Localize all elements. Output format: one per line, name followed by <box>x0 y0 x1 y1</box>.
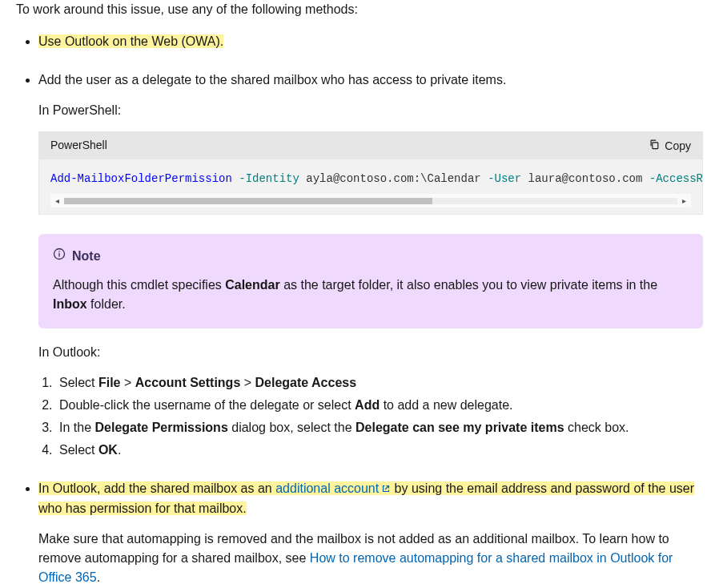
copy-label: Copy <box>665 139 691 152</box>
info-icon <box>53 247 66 266</box>
copy-button[interactable]: Copy <box>649 135 691 155</box>
note-callout: Note Although this cmdlet specifies Cale… <box>38 234 703 328</box>
note-body: Although this cmdlet specifies Calendar … <box>53 276 689 314</box>
scroll-left-icon[interactable]: ◂ <box>50 194 64 207</box>
outlook-steps: Select File > Account Settings > Delegat… <box>38 373 703 460</box>
note-title-text: Note <box>72 247 101 266</box>
code-line: Add-MailboxFolderPermission -Identity ay… <box>50 171 691 187</box>
step-item: Select OK. <box>56 441 703 460</box>
code-header: PowerShell Copy <box>39 132 702 159</box>
highlighted-text: Use Outlook on the Web (OWA). <box>38 34 223 48</box>
workaround-list: Use Outlook on the Web (OWA). Add the us… <box>16 32 703 587</box>
additional-account-link[interactable]: additional account <box>275 481 391 495</box>
automapping-text: Make sure that automapping is removed an… <box>38 530 703 587</box>
note-title: Note <box>53 247 101 266</box>
svg-rect-0 <box>653 143 658 149</box>
list-item: Add the user as a delegate to the shared… <box>38 70 703 460</box>
scroll-right-icon[interactable]: ▸ <box>677 194 691 207</box>
step-item: In the Delegate Permissions dialog box, … <box>56 418 703 437</box>
scrollbar-track[interactable] <box>64 198 677 204</box>
external-link-icon <box>381 480 391 499</box>
highlighted-text: In Outlook, add the shared mailbox as an… <box>38 481 694 515</box>
intro-text: To work around this issue, use any of th… <box>16 0 703 19</box>
copy-icon <box>649 139 660 152</box>
outlook-label: In Outlook: <box>38 343 703 362</box>
list-item: In Outlook, add the shared mailbox as an… <box>38 479 703 587</box>
delegate-intro: Add the user as a delegate to the shared… <box>38 70 703 90</box>
powershell-label: In PowerShell: <box>38 101 703 120</box>
code-language-label: PowerShell <box>50 137 107 154</box>
code-body: Add-MailboxFolderPermission -Identity ay… <box>39 159 702 214</box>
step-item: Double-click the username of the delegat… <box>56 396 703 415</box>
horizontal-scrollbar[interactable]: ◂ ▸ <box>50 194 691 207</box>
list-item: Use Outlook on the Web (OWA). <box>38 32 703 51</box>
step-item: Select File > Account Settings > Delegat… <box>56 373 703 393</box>
scrollbar-thumb[interactable] <box>64 198 432 204</box>
code-block: PowerShell Copy Add-MailboxFolderPermiss… <box>38 131 703 215</box>
additional-account-text: In Outlook, add the shared mailbox as an… <box>38 479 703 518</box>
